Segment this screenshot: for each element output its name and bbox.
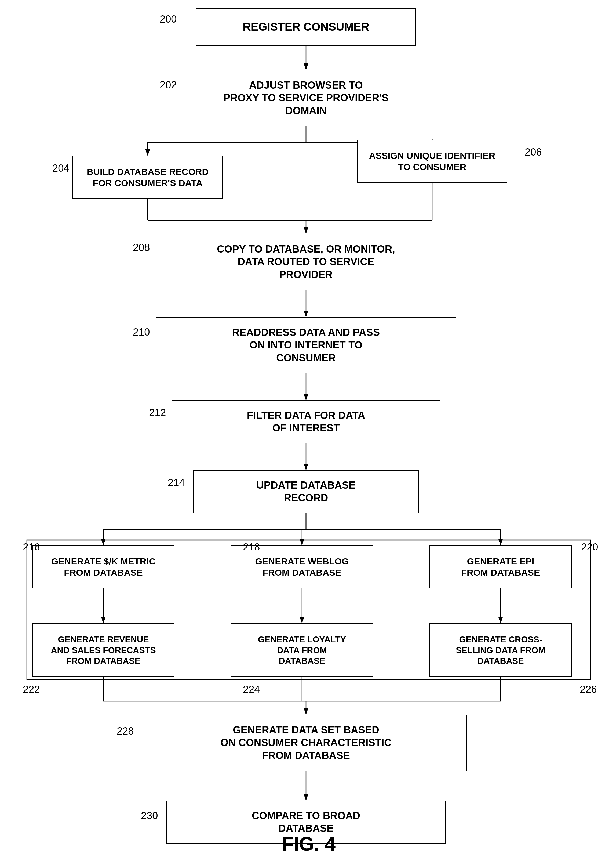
ref-218: 218 xyxy=(243,541,260,553)
node-210: READDRESS DATA AND PASSON INTO INTERNET … xyxy=(156,317,456,373)
ref-212: 212 xyxy=(149,407,166,419)
ref-216: 216 xyxy=(23,541,40,553)
ref-206: 206 xyxy=(525,146,542,158)
node-228: GENERATE DATA SET BASEDON CONSUMER CHARA… xyxy=(145,715,467,771)
node-208: COPY TO DATABASE, OR MONITOR,DATA ROUTED… xyxy=(156,234,456,290)
node-226: GENERATE CROSS-SELLING DATA FROMDATABASE xyxy=(430,623,572,677)
figure-label: FIG. 4 xyxy=(242,833,376,853)
ref-230: 230 xyxy=(141,810,158,821)
ref-214: 214 xyxy=(168,477,185,489)
node-212: FILTER DATA FOR DATAOF INTEREST xyxy=(172,400,440,443)
node-214: UPDATE DATABASERECORD xyxy=(193,470,419,513)
diagram: REGISTER CONSUMER ADJUST BROWSER TOPROXY… xyxy=(0,0,616,853)
node-216: GENERATE $/K METRICFROM DATABASE xyxy=(32,545,174,588)
ref-200: 200 xyxy=(160,14,177,25)
ref-210: 210 xyxy=(133,326,150,338)
ref-226: 226 xyxy=(580,684,597,695)
node-206: ASSIGN UNIQUE IDENTIFIERTO CONSUMER xyxy=(357,140,507,183)
ref-202: 202 xyxy=(160,79,177,91)
node-220: GENERATE EPIFROM DATABASE xyxy=(430,545,572,588)
node-200: REGISTER CONSUMER xyxy=(196,8,416,46)
ref-228: 228 xyxy=(117,726,134,737)
node-224: GENERATE LOYALTYDATA FROMDATABASE xyxy=(231,623,373,677)
node-222: GENERATE REVENUEAND SALES FORECASTSFROM … xyxy=(32,623,174,677)
ref-220: 220 xyxy=(581,541,598,553)
node-204: BUILD DATABASE RECORDFOR CONSUMER'S DATA xyxy=(73,156,223,199)
node-202: ADJUST BROWSER TOPROXY TO SERVICE PROVID… xyxy=(183,70,430,126)
ref-208: 208 xyxy=(133,242,150,253)
ref-222: 222 xyxy=(23,684,40,695)
ref-224: 224 xyxy=(243,684,260,695)
ref-204: 204 xyxy=(52,162,69,174)
